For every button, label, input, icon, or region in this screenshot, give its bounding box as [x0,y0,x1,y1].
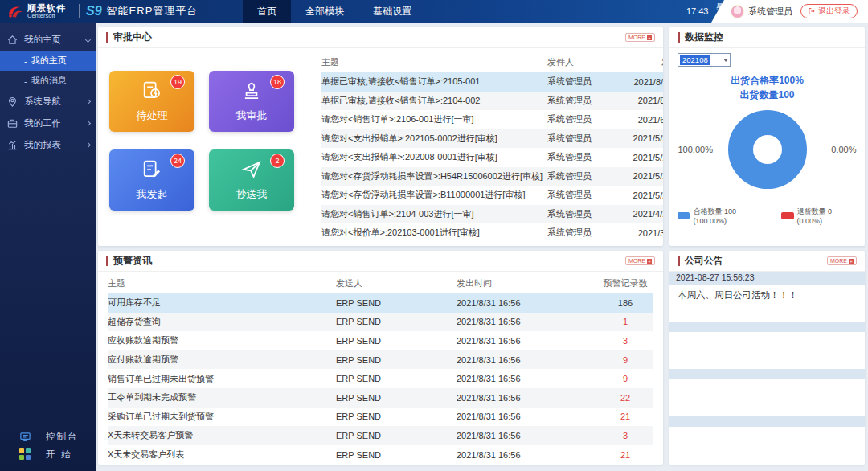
approval-tile-1[interactable]: 我审批18 [209,71,294,132]
approval-row[interactable]: 请您对<存货浮动耗损率设置>:B11000001进行[审核]系统管理员2021/… [321,186,663,205]
alert-row[interactable]: 可用库存不足ERP SEND2021/8/31 16:56186 [108,293,653,313]
alert-row[interactable]: 超储存货查询ERP SEND2021/8/31 16:561 [108,313,653,332]
nav-item-1[interactable]: 全部模块 [291,0,358,23]
avatar[interactable] [731,5,744,18]
logout-button[interactable]: 退出登录 [800,4,858,18]
sidebar-item-0[interactable]: 我的主页 [0,29,96,51]
alert-count: 3 [597,336,653,346]
approval-row[interactable]: 请您对<销售订单>:2104-003进行[一审]系统管理员2021/4/23 1… [321,205,663,224]
approval-sender: 系统管理员 [547,76,618,88]
alert-subject: 采购订单已过期未到货预警 [108,411,336,423]
sidebar-item-1[interactable]: 系统导航 [0,91,96,113]
alert-row[interactable]: X天未转交易客户预警ERP SEND2021/8/31 16:563 [108,426,653,445]
approval-time: 2021/8/5 16:38 [618,96,663,105]
tile-count-badge: 2 [270,154,285,168]
alert-row[interactable]: 应付账款逾期预警ERP SEND2021/8/31 16:569 [108,350,653,370]
announcement-content[interactable]: 本周六、周日公司活动！！！ [669,285,865,320]
approval-tile-0[interactable]: 待处理19 [109,71,194,132]
alert-row[interactable]: 采购订单已过期未到货预警ERP SEND2021/8/31 16:5621 [108,408,653,427]
sidebar-item-2[interactable]: 我的工作 [0,113,96,134]
announcements-panel: 公司公告 MORE + 2021-08-27 15:56:23 本周六、周日公司… [669,251,865,465]
sidebar-subitem-label: 我的主页 [31,55,67,67]
alert-row[interactable]: X天未交易客户列表ERP SEND2021/8/31 16:5621 [108,445,653,465]
approval-subject: 请您对<支出报销单>:202105-0002进行[审核] [321,133,547,145]
approval-time: 2021/8/14 11:45 [618,77,663,87]
approval-sender: 系统管理员 [547,95,618,107]
nav-item-2[interactable]: 基础设置 [358,0,426,23]
company-logo-icon [6,2,24,20]
doc-pen-icon [141,158,163,183]
alert-sender: ERP SEND [336,374,457,383]
alerts-more-button[interactable]: MORE + [625,256,655,265]
announcement-empty-strip [669,416,865,427]
approval-tile-2[interactable]: 我发起24 [109,149,194,211]
alert-row[interactable]: 销售订单已过期未出货预警ERP SEND2021/8/31 16:569 [108,369,653,388]
alert-subject: 应付账款逾期预警 [108,354,336,366]
logo-en-text: Centersoft [27,13,66,19]
more-grid-icon: + [849,259,854,264]
sidebar-item-3[interactable]: 我的报表 [0,134,96,156]
approval-center-title: 审批中心 [113,31,625,44]
alert-time: 2021/8/31 16:56 [457,393,597,403]
approval-row[interactable]: 单据已审核,请接收<销售订单>:2104-002系统管理员2021/8/5 16… [321,92,663,111]
sidebar-subitem-0-0[interactable]: -我的主页 [0,51,96,71]
tile-label: 抄送我 [236,187,268,202]
alert-row[interactable]: 应收账款逾期预警ERP SEND2021/8/31 16:563 [108,331,653,350]
chart-legend: 合格数量 100 (100.00%)退货数量 0 (0.00%) [678,207,857,225]
briefcase-icon [6,117,19,130]
alert-subject: X天未交易客户列表 [108,448,336,461]
alerts-table: 主题发送人发出时间预警记录数 可用库存不足ERP SEND2021/8/31 1… [98,272,663,465]
chevron-right-icon [85,121,91,126]
approval-sender: 系统管理员 [547,113,618,125]
alert-subject: 销售订单已过期未出货预警 [108,373,336,385]
approval-time: 2021/4/23 14:06 [618,209,663,219]
approval-row[interactable]: 请您对<支出报销单>:202008-0001进行[审核]系统管理员2021/5/… [321,148,663,167]
approval-row[interactable]: 请您对<支出报销单>:202105-0002进行[审核]系统管理员2021/5/… [321,129,663,149]
approval-subject: 请您对<报价单>:202103-0001进行[审核] [321,227,547,239]
alert-row[interactable]: 工令单到期未完成预警ERP SEND2021/8/31 16:5622 [108,388,653,408]
divider [79,4,80,18]
announcements-more-button[interactable]: MORE + [827,256,857,265]
donut-chart[interactable] [728,110,807,189]
approval-subject: 单据已审核,请接收<销售订单>:2104-002 [321,95,547,107]
alert-time: 2021/8/31 16:56 [457,298,597,308]
alert-time: 2021/8/31 16:56 [457,431,597,440]
approval-tile-3[interactable]: 抄送我2 [209,149,294,211]
approval-sender: 系统管理员 [547,208,618,220]
alert-count: 186 [597,298,653,308]
column-header: 发送人 [336,277,457,289]
sidebar-footer-label: 控制台 [46,431,79,443]
alert-subject: 应收账款逾期预警 [108,334,336,346]
approval-more-button[interactable]: MORE + [625,33,655,42]
period-select[interactable]: 202108 [678,53,731,67]
approval-row[interactable]: 请您对<报价单>:202103-0001进行[审核]系统管理员2021/3/3 … [321,223,663,243]
logout-label: 退出登录 [818,6,850,17]
alert-time: 2021/8/31 16:56 [457,374,597,383]
donut-left-label: 100.00% [678,145,720,154]
approval-row[interactable]: 请您对<销售订单>:2106-001进行[一审]系统管理员2021/6/5 14… [321,110,663,129]
sidebar-subitem-0-1[interactable]: -我的消息 [0,71,96,91]
alert-count: 3 [597,431,653,440]
legend-item-1: 退货数量 0 (0.00%) [781,207,857,225]
approval-subject: 请您对<存货浮动耗损率设置>:B11000001进行[审核] [321,189,547,201]
approval-row[interactable]: 请您对<存货浮动耗损率设置>:H54R15006002进行[审核]系统管理员20… [321,167,663,186]
approval-tiles: 待处理19我审批18我发起24抄送我2 [108,53,310,240]
approval-subject: 单据已审核,请接收<销售订单>:2105-001 [321,76,547,88]
top-bar: 顺景软件 Centersoft S9 智能ERP管理平台 首页全部模块基础设置 … [0,0,868,23]
alert-sender: ERP SEND [336,450,457,460]
sidebar-footer-start[interactable]: 开 始 [0,445,96,463]
more-grid-icon: + [647,259,652,264]
approval-row[interactable]: 单据已审核,请接收<销售订单>:2105-001系统管理员2021/8/14 1… [321,72,663,92]
sidebar-footer-console[interactable]: 控制台 [0,428,96,445]
approval-time: 2021/3/3 12:00 [618,228,663,238]
chart-title: 出货合格率100% 出货数量100 [678,73,857,102]
nav-item-0[interactable]: 首页 [243,0,291,23]
approval-time: 2021/5/22 16:39 [618,153,663,162]
top-nav: 首页全部模块基础设置 [243,0,426,23]
home-icon [6,34,19,47]
announcements-title: 公司公告 [685,254,827,268]
data-monitor-panel: 数据监控 202108 出货合格率100% 出货数量100 100.00% 0.… [669,27,865,246]
approval-time: 2021/5/21 16:13 [618,171,663,181]
alert-sender: ERP SEND [336,393,457,403]
approval-subject: 请您对<存货浮动耗损率设置>:H54R15006002进行[审核] [321,170,547,182]
